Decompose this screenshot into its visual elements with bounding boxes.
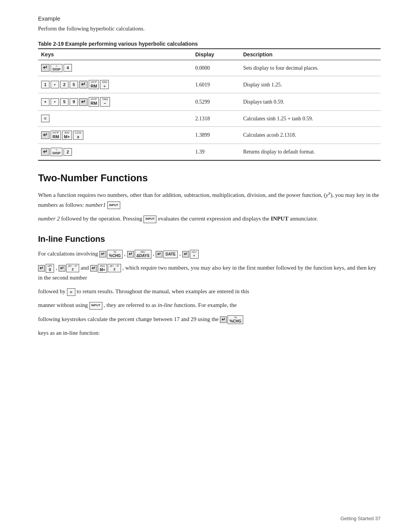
inline-para1: For calculations involving ↵ % %CHG , ↵ …: [38, 249, 381, 259]
shift-key: ↵: [79, 81, 88, 88]
cos-x-key: COS x: [73, 131, 83, 140]
one-key: 1: [41, 81, 49, 88]
two-key: 2: [64, 148, 72, 156]
two-number-para1: When a function requires two numbers, ot…: [38, 189, 381, 210]
date-key: DATE: [163, 251, 178, 258]
inv-key: INV M+: [98, 264, 107, 273]
two-number-title: Two-Number Functions: [38, 172, 381, 184]
pct-chg-key2: % %CHG: [228, 315, 243, 324]
inline-para2: ↵ nPr 0 , ↵ df÷→P 2 and ↵ INV M+ df÷→P 2…: [38, 263, 381, 283]
col-header-display: Display: [192, 49, 240, 60]
five-key: 5: [70, 81, 78, 88]
shift-key: ↵: [182, 251, 189, 257]
keys-cell: ↵ HYP RM INV M+ COS x: [38, 126, 192, 144]
desc-cell: Returns display to default format.: [240, 144, 381, 160]
input-key-inline3: INPUT: [89, 302, 102, 310]
sin-div-key: SIN ÷: [100, 80, 109, 89]
keys-cell: + • 5 9 ↵ HYP RM TAN −: [38, 93, 192, 110]
display-cell: 2.1318: [192, 110, 240, 126]
tan-minus-key: TAN −: [100, 97, 110, 106]
desc-cell: Calculates sinh 1.25 + tanh 0.59.: [240, 110, 381, 126]
table-caption: Table 2-19 Example performing various hy…: [38, 41, 381, 47]
inline-para4: manner without using INPUT , they are re…: [38, 300, 381, 310]
pct-chg-key: % %CHG: [107, 250, 123, 259]
four-key: 4: [64, 64, 72, 72]
dot-key: •: [51, 81, 59, 88]
col-header-keys: Keys: [38, 49, 192, 60]
shift-key: ↵: [41, 64, 49, 72]
keys-cell: 1 • 2 5 ↵ HYP RM SIN ÷: [38, 76, 192, 93]
inline-para6: keys as an in-line function:: [38, 328, 381, 338]
input-key-inline2: INPUT: [143, 216, 156, 223]
desc-cell: Calculates acosh 2.1318.: [240, 126, 381, 144]
table-row: 1 • 2 5 ↵ HYP RM SIN ÷ 1.6019 Display si: [38, 76, 381, 93]
shift-key: ↵: [79, 98, 88, 106]
shift-key: ↵: [99, 251, 106, 257]
inline-para3: followed by = to return results. Through…: [38, 286, 381, 296]
shift-key: ↵: [90, 265, 97, 272]
nine-key: 9: [70, 98, 78, 106]
hyp-rm-key: HYP RM: [89, 97, 99, 106]
shift-key: ↵: [59, 265, 65, 272]
dot-key: •: [51, 98, 59, 106]
desc-cell: Displays tanh 0.59.: [240, 93, 381, 110]
shift-key: ↵: [220, 316, 227, 323]
footer: Getting Started 37: [340, 516, 381, 521]
input-key-inline: INPUT: [107, 201, 120, 209]
df-p-key: df÷→P 2: [66, 264, 79, 272]
plus-key: +: [41, 98, 49, 106]
hyperbolic-table: Keys Display Description ↵ = DISP 4 0.00…: [38, 48, 381, 161]
display-cell: 1.3899: [192, 126, 240, 144]
table-row: ↵ = DISP 2 1.39 Returns display to defau…: [38, 144, 381, 160]
example-intro: Perform the following hyperbolic calcula…: [38, 24, 381, 34]
keys-cell: ↵ = DISP 2: [38, 144, 192, 160]
inline-para5: following keystrokes calculate the perce…: [38, 314, 381, 324]
two-key: 2: [60, 81, 68, 88]
delta-days-key: MU ΔDAYS: [135, 250, 151, 259]
table-row: ↵ HYP RM INV M+ COS x 1.3899 Calcu: [38, 126, 381, 144]
disp-key: = DISP: [51, 64, 62, 72]
hyp-rm-key: HYP RM: [51, 131, 61, 140]
equals-key: =: [41, 115, 49, 122]
inline-title: In-line Functions: [38, 234, 381, 244]
disp-key: = DISP: [51, 148, 62, 156]
shift-key: ↵: [156, 251, 162, 257]
shift-key: ↵: [41, 148, 49, 156]
df-p-2-key: df÷→P 2: [108, 264, 121, 272]
table-row: ↵ = DISP 4 0.0000 Sets display to four d…: [38, 60, 381, 76]
five-key: 5: [60, 98, 68, 106]
desc-cell: Sets display to four decimal places.: [240, 60, 381, 76]
col-header-description: Description: [240, 49, 381, 60]
display-cell: 0.0000: [192, 60, 240, 76]
equals-inline-key: =: [67, 288, 75, 296]
ncr-key: nCr •: [190, 250, 199, 259]
example-label: Example: [38, 15, 381, 22]
desc-cell: Display sinh 1.25.: [240, 76, 381, 93]
keys-cell: ↵ = DISP 4: [38, 60, 192, 76]
keys-cell: =: [38, 110, 192, 126]
table-row: + • 5 9 ↵ HYP RM TAN − 0.5299 Displays t: [38, 93, 381, 110]
shift-key: ↵: [127, 251, 134, 257]
shift-key: ↵: [38, 265, 45, 272]
display-cell: 1.39: [192, 144, 240, 160]
display-cell: 0.5299: [192, 93, 240, 110]
display-cell: 1.6019: [192, 76, 240, 93]
inv-mplus-key: INV M+: [62, 131, 72, 140]
two-number-para2: number 2 followed by the operation. Pres…: [38, 214, 381, 224]
hyp-rm-key: HYP RM: [89, 80, 99, 89]
npr-key: nPr 0: [46, 264, 54, 273]
table-row: = 2.1318 Calculates sinh 1.25 + tanh 0.5…: [38, 110, 381, 126]
shift-key: ↵: [41, 131, 49, 139]
